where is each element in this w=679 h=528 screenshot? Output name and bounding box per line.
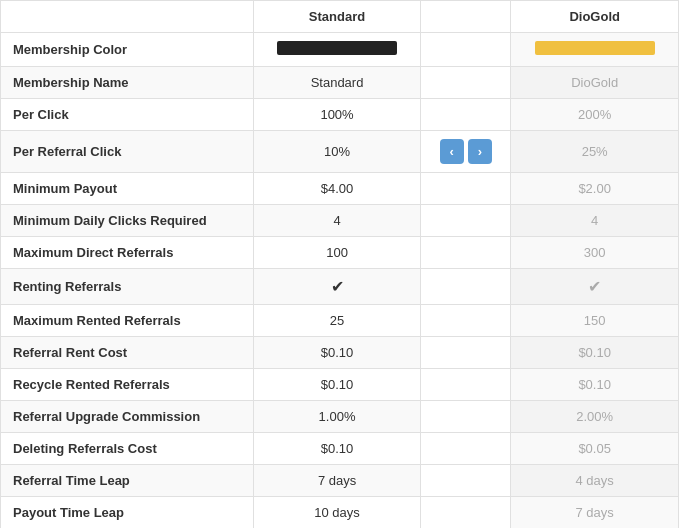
membership-color-diogold (535, 41, 655, 55)
table-row: Minimum Payout$4.00$2.00 (1, 173, 679, 205)
row-label: Per Click (1, 99, 254, 131)
row-standard-value: 100% (253, 99, 421, 131)
nav-cell (421, 433, 511, 465)
row-diogold-value: $0.05 (511, 433, 679, 465)
row-standard-value: 1.00% (253, 401, 421, 433)
row-standard-value: $0.10 (253, 433, 421, 465)
col-feature (1, 1, 254, 33)
nav-cell (421, 337, 511, 369)
table-row: Recycle Rented Referrals$0.10$0.10 (1, 369, 679, 401)
membership-color-standard (277, 41, 397, 55)
row-label: Minimum Daily Clicks Required (1, 205, 254, 237)
table-row: Maximum Rented Referrals25150 (1, 305, 679, 337)
row-diogold-value: 2.00% (511, 401, 679, 433)
prev-button[interactable]: ‹ (440, 139, 464, 164)
nav-cell (421, 269, 511, 305)
row-standard-value: $0.10 (253, 369, 421, 401)
nav-cell (421, 497, 511, 529)
table-row: Payout Time Leap10 days7 days (1, 497, 679, 529)
table-row: Referral Upgrade Commission1.00%2.00% (1, 401, 679, 433)
row-label: Referral Time Leap (1, 465, 254, 497)
row-diogold-value: $0.10 (511, 369, 679, 401)
table-row: Referral Rent Cost$0.10$0.10 (1, 337, 679, 369)
row-label: Per Referral Click (1, 131, 254, 173)
table-row: Maximum Direct Referrals100300 (1, 237, 679, 269)
row-diogold-value (511, 33, 679, 67)
row-standard-value (253, 33, 421, 67)
row-label: Deleting Referrals Cost (1, 433, 254, 465)
row-label: Minimum Payout (1, 173, 254, 205)
row-diogold-value: 4 (511, 205, 679, 237)
nav-cell (421, 67, 511, 99)
table-row: Minimum Daily Clicks Required44 (1, 205, 679, 237)
row-standard-value: 10 days (253, 497, 421, 529)
row-label: Membership Color (1, 33, 254, 67)
row-diogold-value: 4 days (511, 465, 679, 497)
next-button[interactable]: › (468, 139, 492, 164)
table-row: Referral Time Leap7 days4 days (1, 465, 679, 497)
row-label: Membership Name (1, 67, 254, 99)
row-label: Maximum Rented Referrals (1, 305, 254, 337)
row-standard-value: 7 days (253, 465, 421, 497)
table-row: Per Referral Click10%‹›25% (1, 131, 679, 173)
row-diogold-value: 150 (511, 305, 679, 337)
nav-buttons: ‹› (433, 139, 498, 164)
row-standard-value: $0.10 (253, 337, 421, 369)
nav-cell (421, 99, 511, 131)
row-label: Referral Upgrade Commission (1, 401, 254, 433)
row-standard-value: $4.00 (253, 173, 421, 205)
nav-cell (421, 401, 511, 433)
check-icon: ✔ (331, 278, 344, 295)
nav-cell: ‹› (421, 131, 511, 173)
nav-cell (421, 237, 511, 269)
table-row: Renting Referrals✔✔ (1, 269, 679, 305)
row-standard-value: 4 (253, 205, 421, 237)
row-diogold-value: 7 days (511, 497, 679, 529)
table-row: Membership Color (1, 33, 679, 67)
row-label: Maximum Direct Referrals (1, 237, 254, 269)
row-standard-value: 25 (253, 305, 421, 337)
nav-cell (421, 205, 511, 237)
check-icon-gray: ✔ (588, 278, 601, 295)
row-diogold-value: 25% (511, 131, 679, 173)
row-diogold-value: 300 (511, 237, 679, 269)
table-row: Membership NameStandardDioGold (1, 67, 679, 99)
row-label: Payout Time Leap (1, 497, 254, 529)
row-standard-value: ✔ (253, 269, 421, 305)
table-row: Per Click100%200% (1, 99, 679, 131)
col-standard: Standard (253, 1, 421, 33)
nav-cell (421, 369, 511, 401)
nav-cell (421, 33, 511, 67)
row-label: Referral Rent Cost (1, 337, 254, 369)
nav-cell (421, 305, 511, 337)
row-standard-value: 100 (253, 237, 421, 269)
row-standard-value: Standard (253, 67, 421, 99)
row-diogold-value: $0.10 (511, 337, 679, 369)
col-diogold: DioGold (511, 1, 679, 33)
comparison-table: Standard DioGold Membership ColorMembers… (0, 0, 679, 528)
row-label: Recycle Rented Referrals (1, 369, 254, 401)
row-standard-value: 10% (253, 131, 421, 173)
nav-cell (421, 173, 511, 205)
row-diogold-value: 200% (511, 99, 679, 131)
table-row: Deleting Referrals Cost$0.10$0.05 (1, 433, 679, 465)
row-label: Renting Referrals (1, 269, 254, 305)
row-diogold-value: $2.00 (511, 173, 679, 205)
row-diogold-value: DioGold (511, 67, 679, 99)
nav-cell (421, 465, 511, 497)
col-nav (421, 1, 511, 33)
row-diogold-value: ✔ (511, 269, 679, 305)
